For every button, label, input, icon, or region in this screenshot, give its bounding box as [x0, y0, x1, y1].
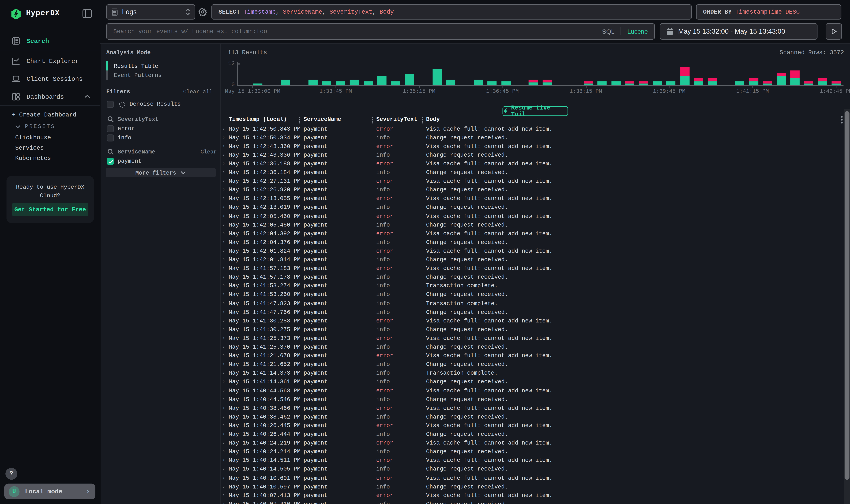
table-row[interactable]: ›May 15 1:42:13.055 PMpaymenterrorVisa c…	[221, 194, 844, 203]
table-row[interactable]: ›May 15 1:42:50.843 PMpaymenterrorVisa c…	[221, 124, 844, 133]
table-row[interactable]: ›May 15 1:41:21.652 PMpaymentinfoCharge …	[221, 360, 844, 369]
table-row[interactable]: ›May 15 1:40:07.410 PMpaymentinfoCharge …	[221, 500, 844, 504]
row-expand-chevron-icon[interactable]: ›	[222, 353, 225, 358]
mode-lucene-button[interactable]: Lucene	[627, 28, 648, 35]
histogram-bar[interactable]	[474, 80, 483, 85]
row-expand-chevron-icon[interactable]: ›	[222, 405, 225, 411]
table-row[interactable]: ›May 15 1:42:43.360 PMpaymenterrorVisa c…	[221, 142, 844, 150]
histogram-bar[interactable]	[322, 82, 331, 85]
histogram-bar[interactable]	[804, 83, 813, 85]
table-row[interactable]: ›May 15 1:40:38.466 PMpaymenterrorVisa c…	[221, 404, 844, 412]
table-row[interactable]: ›May 15 1:40:44.546 PMpaymentinfoCharge …	[221, 395, 844, 404]
row-expand-chevron-icon[interactable]: ›	[222, 239, 225, 245]
table-row[interactable]: ›May 15 1:41:25.373 PMpaymenterrorVisa c…	[221, 334, 844, 343]
histogram-bar-error[interactable]	[763, 82, 772, 83]
histogram-bar-error[interactable]	[529, 80, 538, 83]
mode-sql-button[interactable]: SQL	[602, 28, 615, 35]
denoise-label[interactable]: Denoise Results	[130, 101, 181, 107]
filter-group-severitytext[interactable]: SeverityText	[118, 116, 159, 122]
histogram-bar-error[interactable]	[818, 78, 827, 82]
histogram-bar-error[interactable]	[639, 82, 648, 83]
table-row[interactable]: ›May 15 1:41:53.274 PMpaymentinfoTransac…	[221, 282, 844, 290]
run-query-button[interactable]	[826, 23, 842, 40]
table-row[interactable]: ›May 15 1:42:01.824 PMpaymenterrorVisa c…	[221, 247, 844, 255]
row-expand-chevron-icon[interactable]: ›	[222, 309, 225, 315]
histogram-bar[interactable]	[611, 82, 621, 85]
table-row[interactable]: ›May 15 1:42:43.336 PMpaymentinfoCharge …	[221, 151, 844, 159]
row-expand-chevron-icon[interactable]: ›	[222, 170, 225, 175]
histogram-bar-error[interactable]	[790, 71, 800, 78]
histogram-bar-error[interactable]	[749, 78, 758, 82]
histogram-bar-error[interactable]	[694, 78, 703, 82]
histogram-bar-error[interactable]	[777, 73, 786, 76]
order-by-input[interactable]: ORDER BY TimestampTime DESC	[696, 4, 841, 20]
source-select[interactable]: Logs	[106, 4, 195, 20]
row-expand-chevron-icon[interactable]: ›	[222, 257, 225, 262]
table-row[interactable]: ›May 15 1:42:36.184 PMpaymentinfoCharge …	[221, 168, 844, 177]
row-expand-chevron-icon[interactable]: ›	[222, 423, 225, 428]
column-header-severitytext[interactable]: SeverityText	[376, 116, 417, 124]
row-expand-chevron-icon[interactable]: ›	[222, 266, 225, 271]
table-row[interactable]: ›May 15 1:41:47.823 PMpaymentinfoTransac…	[221, 299, 844, 308]
column-header-timestamp[interactable]: Timestamp (Local)	[229, 116, 287, 124]
table-row[interactable]: ›May 15 1:41:47.766 PMpaymentinfoCharge …	[221, 308, 844, 316]
row-expand-chevron-icon[interactable]: ›	[222, 344, 225, 350]
histogram-bar[interactable]	[446, 80, 455, 85]
table-row[interactable]: ›May 15 1:42:13.019 PMpaymentinfoCharge …	[221, 203, 844, 212]
time-range-picker[interactable]: May 15 13:32:00 - May 15 13:43:00	[660, 23, 817, 40]
histogram-bar[interactable]	[832, 83, 841, 85]
gear-icon[interactable]	[198, 8, 207, 16]
table-scrollbar[interactable]	[844, 109, 850, 504]
row-expand-chevron-icon[interactable]: ›	[222, 187, 225, 193]
table-row[interactable]: ›May 15 1:40:07.413 PMpaymenterrorVisa c…	[221, 491, 844, 500]
row-expand-chevron-icon[interactable]: ›	[222, 493, 225, 498]
histogram-bar[interactable]	[336, 82, 345, 85]
row-expand-chevron-icon[interactable]: ›	[222, 283, 225, 289]
table-row[interactable]: ›May 15 1:41:57.178 PMpaymentinfoCharge …	[221, 273, 844, 282]
row-expand-chevron-icon[interactable]: ›	[222, 475, 225, 481]
table-row[interactable]: ›May 15 1:41:30.283 PMpaymenterrorVisa c…	[221, 316, 844, 325]
resume-live-tail-button[interactable]: Resume Live Tail	[503, 106, 568, 116]
sidebar-item-search[interactable]: Search	[0, 33, 100, 49]
histogram-bar[interactable]	[735, 82, 744, 85]
row-expand-chevron-icon[interactable]: ›	[222, 204, 225, 210]
column-resize-handle[interactable]	[299, 116, 300, 124]
search-input[interactable]: Search your events w/ Lucene ex. column:…	[106, 23, 655, 40]
table-row[interactable]: ›May 15 1:41:14.373 PMpaymentinfoTransac…	[221, 369, 844, 378]
row-expand-chevron-icon[interactable]: ›	[222, 431, 225, 437]
histogram-bar-error[interactable]	[680, 67, 689, 76]
row-expand-chevron-icon[interactable]: ›	[222, 362, 225, 367]
table-row[interactable]: ›May 15 1:42:01.814 PMpaymentinfoCharge …	[221, 255, 844, 264]
sidebar-toggle-icon[interactable]	[82, 9, 92, 18]
row-expand-chevron-icon[interactable]: ›	[222, 301, 225, 306]
histogram-bar[interactable]	[749, 82, 758, 85]
row-expand-chevron-icon[interactable]: ›	[222, 248, 225, 254]
histogram-bar-error[interactable]	[543, 80, 552, 83]
histogram-bar[interactable]	[818, 82, 827, 85]
row-expand-chevron-icon[interactable]: ›	[222, 161, 225, 166]
row-expand-chevron-icon[interactable]: ›	[222, 466, 225, 472]
histogram-bar[interactable]	[598, 82, 607, 85]
sidebar-item-dashboards[interactable]: Dashboards	[0, 88, 100, 105]
table-row[interactable]: ›May 15 1:42:05.460 PMpaymenterrorVisa c…	[221, 212, 844, 220]
histogram-bar[interactable]	[694, 82, 703, 85]
row-expand-chevron-icon[interactable]: ›	[222, 336, 225, 341]
histogram-bar[interactable]	[253, 83, 263, 85]
histogram-bar[interactable]	[763, 83, 772, 85]
histogram-bar[interactable]	[529, 82, 538, 85]
row-expand-chevron-icon[interactable]: ›	[222, 457, 225, 463]
histogram-bar[interactable]	[487, 82, 497, 85]
histogram-bar[interactable]	[639, 83, 648, 85]
row-expand-chevron-icon[interactable]: ›	[222, 379, 225, 384]
histogram-bar[interactable]	[405, 74, 414, 85]
row-expand-chevron-icon[interactable]: ›	[222, 440, 225, 446]
histogram-bar-error[interactable]	[625, 82, 634, 83]
row-expand-chevron-icon[interactable]: ›	[222, 135, 225, 140]
row-expand-chevron-icon[interactable]: ›	[222, 196, 225, 201]
table-row[interactable]: ›May 15 1:42:50.834 PMpaymentinfoCharge …	[221, 133, 844, 142]
histogram-bar[interactable]	[625, 83, 634, 85]
table-row[interactable]: ›May 15 1:41:14.361 PMpaymentinfoCharge …	[221, 378, 844, 386]
row-expand-chevron-icon[interactable]: ›	[222, 371, 225, 376]
table-row[interactable]: ›May 15 1:41:25.370 PMpaymentinfoCharge …	[221, 343, 844, 352]
histogram-bar-error[interactable]	[804, 82, 813, 83]
